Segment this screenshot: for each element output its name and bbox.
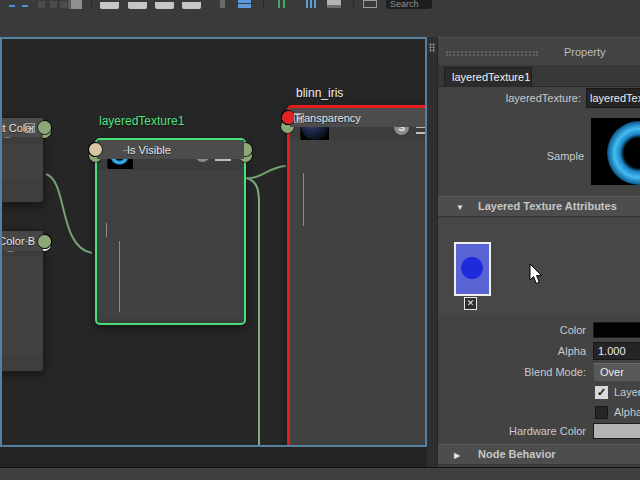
node-left-bottom[interactable]: S Out AlphaOut Color−Color RColor GColor… xyxy=(0,230,44,372)
alpha-label: Alpha xyxy=(438,345,586,357)
toolbar-icon[interactable] xyxy=(50,1,57,8)
layer-swatch[interactable] xyxy=(454,242,491,296)
hardware-color-swatch[interactable] xyxy=(593,423,640,439)
toolbar-icon[interactable] xyxy=(60,1,67,8)
alpha-field[interactable]: 1.000 xyxy=(593,342,640,360)
editor-bottom-gutter xyxy=(0,447,427,467)
bookmark-icon[interactable] xyxy=(68,0,82,9)
node-graph-canvas[interactable]: S Out AlphaOut Color+ S Out AlphaOut Col… xyxy=(2,39,425,445)
mouse-cursor xyxy=(529,264,545,286)
node-name-field[interactable]: layeredTexture1 xyxy=(586,88,640,108)
section-title: Layered Texture Attributes xyxy=(478,200,617,212)
tab-layeredtexture1[interactable]: layeredTexture1 xyxy=(444,67,532,87)
tree-connector xyxy=(25,241,33,242)
panel-title: Property xyxy=(564,46,606,58)
node-title: blinn_iris xyxy=(296,86,343,100)
section-layered-texture-attributes[interactable]: ▼ Layered Texture Attributes xyxy=(438,196,640,217)
output-socket[interactable] xyxy=(38,121,51,134)
toolbar-icon[interactable] xyxy=(38,1,45,8)
node-blinn-iris[interactable]: S Out Color+−ColorColor RColor GColor B+… xyxy=(287,105,427,447)
graph-button[interactable] xyxy=(100,2,119,9)
property-editor-panel: Property layeredTexture1 layeredTexture:… xyxy=(437,37,640,466)
bottom-bar xyxy=(0,467,640,480)
toolbar-separator xyxy=(353,0,354,9)
pin-icon[interactable] xyxy=(220,0,225,8)
tree-line xyxy=(119,241,120,312)
node-row: Color B xyxy=(0,231,43,251)
color-swatch[interactable] xyxy=(593,322,640,338)
toolbar-separator xyxy=(91,0,92,9)
info-icon[interactable] xyxy=(363,0,377,8)
expand-toggle-icon[interactable]: + xyxy=(25,123,35,133)
layer-swatch-dot xyxy=(461,257,483,279)
output-socket[interactable] xyxy=(38,235,51,248)
alpha-luminance-label: Alpha xyxy=(614,406,640,418)
graph-button[interactable] xyxy=(155,2,174,9)
section-node-behavior[interactable]: ▶ Node Behavior xyxy=(438,444,640,465)
snap-grid-icon[interactable] xyxy=(9,4,28,7)
delete-layer-icon[interactable]: ✕ xyxy=(464,297,477,310)
toolbar: Search xyxy=(0,0,640,37)
maya-node-editor-screen: Search S Out AlphaOut Color+ xyxy=(0,0,640,480)
node-row: Out Color+ xyxy=(0,118,43,137)
align-icon[interactable] xyxy=(278,0,285,8)
panel-drag-handle[interactable] xyxy=(446,51,538,56)
node-left-top[interactable]: S Out AlphaOut Color+ xyxy=(0,117,44,203)
node-layeredtexture1[interactable]: S Out Color+Out Alpha−Inputs−Inputs[0]+C… xyxy=(95,138,246,325)
grid-layout-icon[interactable] xyxy=(306,0,316,8)
panel-splitter[interactable] xyxy=(427,37,437,480)
color-label: Color xyxy=(438,324,586,336)
blend-mode-label: Blend Mode: xyxy=(438,366,586,378)
expand-arrow-icon[interactable]: ▶ xyxy=(454,451,460,460)
sample-label: Sample xyxy=(438,150,584,162)
layer-visible-checkbox[interactable]: ✓ xyxy=(595,386,608,399)
section-title: Node Behavior xyxy=(478,448,556,460)
node-title: layeredTexture1 xyxy=(99,114,184,128)
blend-mode-dropdown[interactable]: Over xyxy=(593,363,640,382)
layout-icon[interactable] xyxy=(238,0,251,8)
tree-line xyxy=(303,173,304,226)
node-row: +Transparency xyxy=(290,108,427,127)
hardware-color-label: Hardware Color xyxy=(438,425,586,437)
toolbar-separator xyxy=(263,0,264,9)
node-name-label: layeredTexture: xyxy=(438,92,581,104)
sample-texture-preview xyxy=(607,121,640,185)
search-input[interactable]: Search xyxy=(386,0,432,9)
sample-swatch[interactable] xyxy=(591,118,640,185)
graph-button[interactable] xyxy=(128,2,147,9)
row-label: Is Visible xyxy=(127,144,171,156)
tree-line xyxy=(106,223,107,237)
graph-button[interactable] xyxy=(182,2,201,9)
node-row: Is Visible xyxy=(97,140,244,159)
splitter-grip-icon xyxy=(429,43,435,52)
row-label: Transparency xyxy=(294,112,361,124)
layer-visible-label: Layer xyxy=(614,386,640,398)
collapse-arrow-icon[interactable]: ▼ xyxy=(456,203,464,212)
display-icon[interactable] xyxy=(327,0,341,8)
alpha-luminance-checkbox[interactable] xyxy=(595,406,608,419)
node-editor-view[interactable]: S Out AlphaOut Color+ S Out AlphaOut Col… xyxy=(0,37,427,447)
